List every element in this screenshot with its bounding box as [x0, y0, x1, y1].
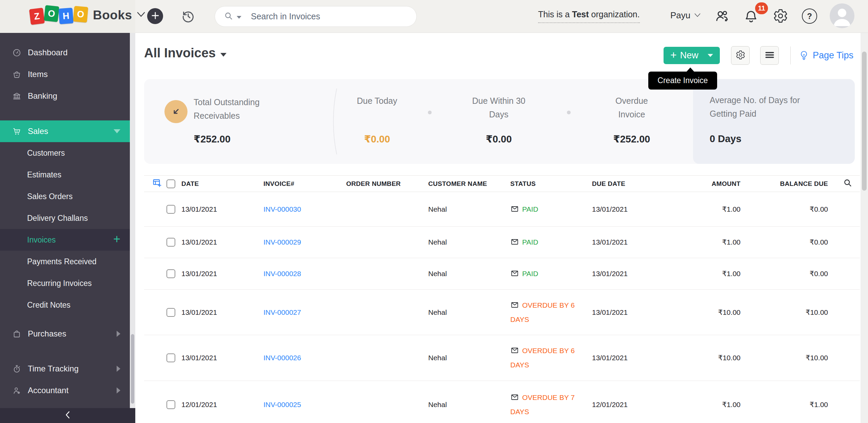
sidebar-item-estimates[interactable]: Estimates	[0, 164, 130, 186]
sidebar-item-customers[interactable]: Customers	[0, 142, 130, 164]
row-checkbox[interactable]	[166, 400, 175, 409]
sidebar-item-items[interactable]: Items	[0, 63, 130, 85]
column-header[interactable]: BALANCE DUE	[741, 180, 828, 188]
receivables-arrow-icon	[164, 100, 188, 123]
sidebar-item-time-tracking[interactable]: Time Tracking	[0, 358, 130, 380]
cell-balance-due: ₹0.00	[741, 205, 828, 213]
row-checkbox[interactable]	[166, 238, 175, 247]
users-icon	[714, 19, 730, 25]
row-checkbox[interactable]	[166, 205, 175, 214]
main-scrollbar[interactable]	[861, 33, 868, 423]
quick-create-button[interactable]	[147, 8, 163, 24]
sidebar-item-credit-notes[interactable]: Credit Notes	[0, 294, 130, 316]
cell-amount: ₹1.00	[662, 205, 741, 213]
row-checkbox[interactable]	[166, 269, 175, 278]
cell-status: OVERDUE BY 6 DAYS	[510, 298, 592, 327]
summary-dot	[567, 111, 571, 114]
new-invoice-button[interactable]: +New	[664, 47, 720, 64]
column-header[interactable]: DUE DATE	[592, 180, 662, 188]
cell-invoice: INV-000025	[263, 401, 346, 409]
items-icon	[12, 70, 21, 79]
search-scope-caret-icon[interactable]	[237, 16, 241, 19]
page-tips-button[interactable]: Page Tips	[799, 49, 853, 62]
cell-status: OVERDUE BY 7 DAYS	[510, 390, 592, 419]
help-button[interactable]: ?	[802, 8, 817, 24]
sidebar-item-invoices[interactable]: Invoices+	[0, 229, 130, 251]
page-tips-label: Page Tips	[813, 50, 853, 61]
sidebar-scrollbar[interactable]	[130, 33, 135, 408]
search-icon	[224, 11, 233, 22]
table-row[interactable]: 13/01/2021INV-000026NehalOVERDUE BY 6 DA…	[144, 335, 860, 381]
table-search-button[interactable]	[828, 178, 860, 189]
invoice-number-link[interactable]: INV-000028	[263, 270, 301, 277]
new-button-dropdown-caret-icon[interactable]	[708, 54, 713, 57]
logo-product-name: Books	[93, 8, 132, 22]
sidebar-scrollbar-thumb[interactable]	[131, 334, 134, 404]
table-row[interactable]: 13/01/2021INV-000028NehalPAID13/01/2021₹…	[144, 258, 860, 290]
sidebar-item-sales-orders[interactable]: Sales Orders	[0, 186, 130, 207]
sidebar-item-banking[interactable]: Banking	[0, 85, 130, 107]
customize-columns-icon[interactable]	[152, 178, 162, 190]
select-all-checkbox[interactable]	[166, 179, 175, 188]
search-icon	[843, 178, 852, 189]
zoho-books-logo[interactable]: ZOHO Books	[30, 7, 145, 23]
invite-users-button[interactable]	[714, 8, 730, 24]
user-avatar[interactable]	[830, 3, 854, 28]
invoice-number-link[interactable]: INV-000025	[263, 401, 301, 408]
sidebar-item-delivery-challans[interactable]: Delivery Challans	[0, 207, 130, 229]
cell-due-date: 13/01/2021	[592, 205, 662, 213]
cell-balance-due: ₹0.00	[741, 238, 828, 246]
summary-strip: Total Outstanding Receivables ₹252.00 Du…	[144, 79, 855, 164]
cell-date: 13/01/2021	[181, 354, 263, 362]
page-title-dropdown[interactable]: All Invoices	[144, 46, 226, 60]
list-settings-button[interactable]	[731, 46, 750, 65]
sidebar-item-accountant[interactable]: Accountant	[0, 380, 130, 401]
cell-status: PAID	[510, 235, 592, 249]
table-row[interactable]: 13/01/2021INV-000027NehalOVERDUE BY 6 DA…	[144, 290, 860, 335]
settings-button[interactable]	[773, 8, 788, 24]
sidebar-item-dashboard[interactable]: Dashboard	[0, 42, 130, 63]
accountant-icon	[12, 386, 21, 395]
sidebar-item-recurring-invoices[interactable]: Recurring Invoices	[0, 272, 130, 294]
main-scrollbar-thumb[interactable]	[862, 52, 867, 191]
invoice-number-link[interactable]: INV-000030	[263, 205, 301, 213]
cell-balance-due: ₹10.00	[741, 354, 828, 362]
recent-history-button[interactable]	[180, 8, 196, 24]
table-row[interactable]: 12/01/2021INV-000025NehalOVERDUE BY 7 DA…	[144, 381, 860, 423]
search-input[interactable]	[250, 11, 408, 22]
invoice-number-link[interactable]: INV-000029	[263, 238, 301, 246]
sidebar-item-sales[interactable]: Sales	[0, 120, 130, 142]
sidebar-item-payments-received[interactable]: Payments Received	[0, 251, 130, 272]
sidebar-item-label: Items	[28, 70, 48, 79]
column-header[interactable]: DATE	[181, 180, 263, 188]
cell-date: 13/01/2021	[181, 238, 263, 246]
column-header[interactable]: STATUS	[510, 180, 592, 188]
cell-customer-name: Nehal	[428, 354, 510, 362]
row-checkbox[interactable]	[166, 353, 175, 362]
cell-amount: ₹10.00	[662, 308, 741, 316]
column-header[interactable]: CUSTOMER NAME	[428, 180, 510, 188]
invoice-number-link[interactable]: INV-000027	[263, 308, 301, 316]
table-row[interactable]: 13/01/2021INV-000030NehalPAID13/01/2021₹…	[144, 192, 860, 227]
column-header[interactable]: INVOICE#	[263, 180, 346, 188]
org-switcher[interactable]: Payu	[670, 10, 701, 21]
add-invoice-quick-button[interactable]: +	[113, 234, 120, 245]
cell-balance-due: ₹1.00	[741, 401, 828, 409]
plus-icon	[151, 12, 159, 21]
cell-status: OVERDUE BY 6 DAYS	[510, 344, 592, 372]
list-view-toggle-button[interactable]	[760, 46, 779, 65]
toolbar-divider	[790, 46, 791, 64]
cell-customer-name: Nehal	[428, 270, 510, 278]
cell-balance-due: ₹0.00	[741, 270, 828, 278]
sidebar-item-purchases[interactable]: Purchases	[0, 323, 130, 345]
sidebar-collapse-button[interactable]	[0, 408, 135, 423]
cell-due-date: 13/01/2021	[592, 270, 662, 278]
column-header[interactable]: AMOUNT	[662, 180, 741, 188]
logo-tile: O	[44, 5, 59, 22]
question-mark-icon: ?	[807, 12, 812, 21]
table-row[interactable]: 13/01/2021INV-000029NehalPAID13/01/2021₹…	[144, 227, 860, 258]
column-header[interactable]: ORDER NUMBER	[346, 180, 428, 188]
page-title: All Invoices	[144, 46, 216, 60]
row-checkbox[interactable]	[166, 308, 175, 317]
invoice-number-link[interactable]: INV-000026	[263, 354, 301, 362]
